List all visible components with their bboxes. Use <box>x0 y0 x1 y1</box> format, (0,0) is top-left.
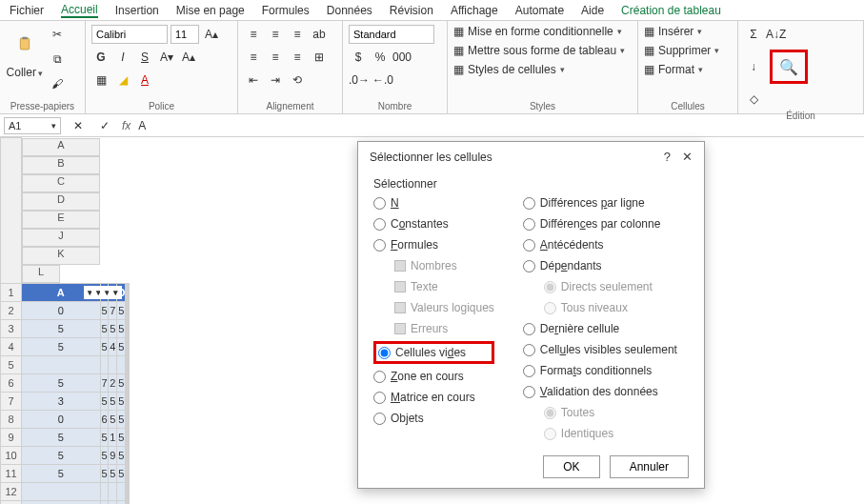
copy-icon[interactable]: ⧉ <box>48 50 67 69</box>
cell[interactable]: 5 <box>117 319 126 337</box>
number-format-select[interactable] <box>349 25 434 44</box>
radio-constantes[interactable]: Constantes <box>373 215 494 232</box>
row-header[interactable]: 11 <box>1 464 22 482</box>
radio-diff-ligne[interactable]: Différences par ligne <box>523 194 677 212</box>
borders-icon[interactable]: ▦ <box>91 71 111 90</box>
cell[interactable]: 5 <box>100 428 109 446</box>
cell[interactable]: 5 <box>117 464 126 482</box>
cell[interactable] <box>129 500 130 504</box>
menu-formules[interactable]: Formules <box>262 4 310 17</box>
cell[interactable]: 5 <box>22 446 101 464</box>
italic-button[interactable]: I <box>113 48 132 67</box>
align-bottom-icon[interactable]: ≡ <box>288 25 307 44</box>
paste-label[interactable]: Coller <box>7 66 44 79</box>
cell[interactable]: 5 <box>109 464 117 482</box>
row-header[interactable]: 4 <box>1 337 22 355</box>
cancel-formula-icon[interactable]: ✕ <box>69 116 88 135</box>
insert-cells-button[interactable]: ▦Insérer <box>644 25 702 38</box>
percent-icon[interactable]: % <box>371 48 390 67</box>
help-icon[interactable]: ? <box>664 150 671 164</box>
cell[interactable]: 5 <box>100 337 109 355</box>
select-all-corner[interactable] <box>1 138 22 284</box>
menu-accueil[interactable]: Accueil <box>61 3 98 18</box>
radio-formules[interactable]: Formules <box>373 236 494 253</box>
row-header[interactable]: 2 <box>1 301 22 319</box>
cell[interactable]: 1 <box>109 428 117 446</box>
fill-color-icon[interactable]: ◢ <box>113 71 132 90</box>
font-size-select[interactable] <box>171 25 199 44</box>
menu-fichier[interactable]: Fichier <box>10 4 44 17</box>
row-header[interactable]: 9 <box>1 428 22 446</box>
cell[interactable]: 5 <box>22 464 101 482</box>
font-name-select[interactable] <box>91 25 168 44</box>
cell[interactable]: 5 <box>109 410 117 428</box>
cell[interactable]: 5 <box>100 392 109 410</box>
decrease-decimal-icon[interactable]: ←.0 <box>372 71 393 90</box>
row-header[interactable]: 7 <box>1 392 22 410</box>
radio-cellules-vides[interactable]: Cellules vides <box>378 344 466 361</box>
cell[interactable]: 5 <box>117 446 126 464</box>
increase-font-icon2[interactable]: A▴ <box>179 48 198 67</box>
font-color-icon[interactable]: A <box>135 71 154 90</box>
cell[interactable] <box>100 355 109 373</box>
cell[interactable] <box>109 482 117 500</box>
bold-button[interactable]: G <box>91 48 111 67</box>
radio-diff-colonne[interactable]: Différences par colonne <box>523 215 677 232</box>
cell[interactable]: 5 <box>117 337 126 355</box>
cell[interactable] <box>129 319 130 337</box>
cell[interactable]: 5 <box>100 500 109 504</box>
menu-automate[interactable]: Automate <box>515 4 564 17</box>
thousands-icon[interactable]: 000 <box>392 48 412 67</box>
col-header-d[interactable]: D <box>22 192 100 211</box>
cancel-button[interactable]: Annuler <box>610 455 689 478</box>
col-header-b[interactable]: B <box>22 156 100 174</box>
orientation-icon[interactable]: ⟲ <box>288 71 307 90</box>
cell[interactable] <box>129 410 130 428</box>
underline-button[interactable]: S <box>135 48 154 67</box>
increase-decimal-icon[interactable]: .0→ <box>349 71 370 90</box>
row-header[interactable]: 12 <box>1 482 22 500</box>
cell[interactable]: 5 <box>117 410 126 428</box>
currency-icon[interactable]: $ <box>349 48 368 67</box>
cell[interactable] <box>22 355 101 373</box>
cell[interactable] <box>129 337 130 355</box>
fx-icon[interactable]: fx <box>122 119 131 132</box>
radio-objets[interactable]: Objets <box>373 410 494 427</box>
radio-zone[interactable]: Zone en cours <box>373 368 494 385</box>
col-header-k[interactable]: K <box>22 247 100 265</box>
col-header-l[interactable]: L <box>22 265 60 283</box>
radio-notes[interactable]: N <box>373 194 494 212</box>
decrease-font-icon[interactable]: A▾ <box>157 48 176 67</box>
cell[interactable] <box>109 355 117 373</box>
merge-icon[interactable]: ⊞ <box>310 48 329 67</box>
align-center-icon[interactable]: ≡ <box>266 48 285 67</box>
cell[interactable]: 5 <box>100 464 109 482</box>
cell[interactable]: 5 <box>109 319 117 337</box>
table-header-d[interactable]: D▾ <box>117 283 126 301</box>
radio-visibles[interactable]: Cellules visibles seulement <box>523 341 677 358</box>
enter-formula-icon[interactable]: ✓ <box>95 116 114 135</box>
row-header[interactable]: 3 <box>1 319 22 337</box>
col-header-j[interactable]: J <box>22 229 100 247</box>
cell[interactable] <box>100 482 109 500</box>
cell[interactable]: 3 <box>22 392 101 410</box>
paste-button[interactable] <box>6 25 44 63</box>
radio-derniere[interactable]: Dernière cellule <box>523 320 677 337</box>
cell[interactable]: 5 <box>22 337 101 355</box>
table-header-a[interactable]: A▾ <box>22 283 101 301</box>
row-header[interactable]: 13 <box>1 500 22 504</box>
menu-creation-tableau[interactable]: Création de tableau <box>621 4 721 17</box>
cell[interactable]: 9 <box>109 446 117 464</box>
radio-formats-cond[interactable]: Formats conditionnels <box>523 362 677 379</box>
menu-insertion[interactable]: Insertion <box>115 4 159 17</box>
col-header-a[interactable]: A <box>22 138 100 156</box>
format-cells-button[interactable]: ▦Format <box>644 63 703 76</box>
cell[interactable]: 5 <box>117 373 126 392</box>
cell[interactable]: 2 <box>109 373 117 392</box>
autosum-icon[interactable]: Σ <box>744 25 763 44</box>
delete-cells-button[interactable]: ▦Supprimer <box>644 44 719 57</box>
align-left-icon[interactable]: ≡ <box>244 48 263 67</box>
indent-increase-icon[interactable]: ⇥ <box>266 71 285 90</box>
cell[interactable]: 5 <box>100 319 109 337</box>
filter-icon[interactable]: ▾ <box>109 286 122 299</box>
